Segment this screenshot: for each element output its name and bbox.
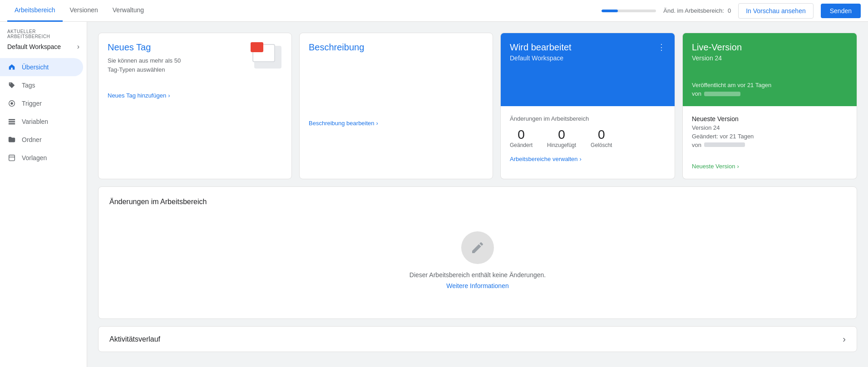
svg-rect-4 xyxy=(9,123,15,125)
live-version-title: Live-Version xyxy=(692,42,848,53)
sidebar-item-trigger[interactable]: Trigger xyxy=(0,94,83,113)
preview-button[interactable]: In Vorschau ansehen xyxy=(738,3,814,19)
tag-red xyxy=(251,42,263,52)
arrow-right-icon: › xyxy=(737,163,739,170)
edit-icon xyxy=(470,240,485,255)
deleted-count: 0 xyxy=(591,127,612,142)
newest-version-link[interactable]: Neueste Version › xyxy=(692,163,848,170)
newest-by: von xyxy=(692,142,848,148)
workspace-label: AKTUELLER ARBEITSBEREICH xyxy=(7,29,79,39)
newest-changed: Geändert: vor 21 Tagen xyxy=(692,133,848,140)
sidebar-item-uebersicht[interactable]: Übersicht xyxy=(0,58,83,76)
added-label: Hinzugefügt xyxy=(547,142,576,148)
sidebar-label-variablen: Variablen xyxy=(22,118,48,125)
live-published-text: Veröffentlicht am vor 21 Tagen xyxy=(692,82,848,88)
description-card: Beschreibung Beschreibung bearbeiten › xyxy=(299,33,493,179)
workspace-selector[interactable]: Default Workspace › xyxy=(7,41,79,53)
workspace-name: Default Workspace xyxy=(7,43,61,50)
sidebar-item-vorlagen[interactable]: Vorlagen xyxy=(0,149,83,167)
description-title: Beschreibung xyxy=(309,42,483,53)
live-by: von xyxy=(692,90,848,97)
progress-bar xyxy=(602,10,656,12)
live-author-redacted xyxy=(704,92,740,96)
new-tag-desc: Sie können aus mehr als 50 Tag-Typen aus… xyxy=(108,56,189,74)
top-cards-row: Neues Tag Sie können aus mehr als 50 Tag… xyxy=(98,33,857,179)
variable-icon xyxy=(7,117,16,126)
added-item: 0 Hinzugefügt xyxy=(547,127,576,148)
tab-verwaltung[interactable]: Verwaltung xyxy=(105,0,151,22)
arrow-right-icon: › xyxy=(168,92,170,99)
home-icon xyxy=(7,63,16,72)
tab-arbeitsbereich[interactable]: Arbeitsbereich xyxy=(7,0,63,22)
more-options-button[interactable]: ⋮ xyxy=(657,42,666,52)
nav-right: Änd. im Arbeitsbereich: 0 In Vorschau an… xyxy=(602,3,861,19)
tab-versionen[interactable]: Versionen xyxy=(63,0,105,22)
activity-title: Aktivitätsverlauf xyxy=(109,335,160,343)
sidebar-label-uebersicht: Übersicht xyxy=(22,64,49,71)
svg-rect-5 xyxy=(9,155,15,161)
edited-title: Wird bearbeitet xyxy=(510,42,572,53)
new-tag-link[interactable]: Neues Tag hinzufügen › xyxy=(108,92,282,99)
changes-label: Änd. im Arbeitsbereich: xyxy=(663,7,724,14)
svg-point-1 xyxy=(10,102,13,104)
empty-icon xyxy=(461,231,494,264)
being-edited-card: Wird bearbeitet Default Workspace ⋮ xyxy=(500,33,675,106)
sidebar-label-trigger: Trigger xyxy=(22,100,42,107)
more-info-link[interactable]: Weitere Informationen xyxy=(446,282,508,289)
edited-subtitle: Default Workspace xyxy=(510,54,572,62)
empty-text: Dieser Arbeitsbereich enthält keine Ände… xyxy=(409,271,546,279)
top-nav: Arbeitsbereich Versionen Verwaltung Änd.… xyxy=(0,0,868,22)
middle-col: Wird bearbeitet Default Workspace ⋮ Ände… xyxy=(500,33,675,179)
sidebar-nav: Übersicht Tags Trigger Variablen xyxy=(0,58,87,167)
live-version-card: Live-Version Version 24 Veröffentlicht a… xyxy=(682,33,857,106)
newest-version-card: Neueste Version Version 24 Geändert: vor… xyxy=(682,106,857,180)
live-version-subtitle: Version 24 xyxy=(692,54,848,62)
sidebar-item-ordner[interactable]: Ordner xyxy=(0,131,83,149)
svg-rect-2 xyxy=(9,119,15,121)
template-icon xyxy=(7,153,16,162)
sidebar: AKTUELLER ARBEITSBEREICH Default Workspa… xyxy=(0,22,87,367)
changes-numbers: 0 Geändert 0 Hinzugefügt 0 Gelöscht xyxy=(510,127,666,148)
changed-count: 0 xyxy=(510,127,533,142)
nav-tabs: Arbeitsbereich Versionen Verwaltung xyxy=(7,0,151,22)
deleted-item: 0 Gelöscht xyxy=(591,127,612,148)
added-count: 0 xyxy=(547,127,576,142)
workspace-section: AKTUELLER ARBEITSBEREICH Default Workspa… xyxy=(0,25,87,54)
workspace-changes-title: Änderungen im Arbeitsbereich xyxy=(510,115,666,122)
description-link[interactable]: Beschreibung bearbeiten › xyxy=(309,93,483,127)
manage-workspaces-link[interactable]: Arbeitsbereiche verwalten › xyxy=(510,156,666,162)
svg-rect-3 xyxy=(9,121,15,122)
changes-section: Änderungen im Arbeitsbereich Dieser Arbe… xyxy=(98,186,857,319)
activity-chevron-icon: › xyxy=(843,334,846,344)
progress-bar-fill xyxy=(602,10,618,12)
arrow-right-icon: › xyxy=(580,156,582,162)
sidebar-label-vorlagen: Vorlagen xyxy=(22,154,47,161)
arrow-right-icon: › xyxy=(376,120,378,127)
newest-version: Version 24 xyxy=(692,124,848,131)
sidebar-item-variablen[interactable]: Variablen xyxy=(0,113,83,131)
layout: AKTUELLER ARBEITSBEREICH Default Workspa… xyxy=(0,22,868,367)
workspace-changes-card: Änderungen im Arbeitsbereich 0 Geändert … xyxy=(500,106,675,180)
sidebar-label-tags: Tags xyxy=(22,82,35,89)
sidebar-item-tags[interactable]: Tags xyxy=(0,76,83,94)
workspace-chevron-icon: › xyxy=(77,43,79,51)
tag-icon xyxy=(7,81,16,90)
deleted-label: Gelöscht xyxy=(591,142,612,148)
changes-section-title: Änderungen im Arbeitsbereich xyxy=(109,198,846,206)
send-button[interactable]: Senden xyxy=(821,4,861,18)
edited-header-text: Wird bearbeitet Default Workspace xyxy=(510,42,572,62)
changes-count: 0 xyxy=(728,7,731,14)
changed-item: 0 Geändert xyxy=(510,127,533,148)
tag-illustration xyxy=(251,42,282,74)
newest-author-redacted xyxy=(704,142,745,147)
newest-by-label: von xyxy=(692,142,701,148)
sidebar-label-ordner: Ordner xyxy=(22,136,42,143)
changes-indicator: Änd. im Arbeitsbereich: 0 xyxy=(663,7,731,14)
edited-header: Wird bearbeitet Default Workspace ⋮ xyxy=(510,42,666,62)
folder-icon xyxy=(7,135,16,144)
right-col: Live-Version Version 24 Veröffentlicht a… xyxy=(682,33,857,179)
activity-row[interactable]: Aktivitätsverlauf › xyxy=(98,326,857,352)
new-tag-card: Neues Tag Sie können aus mehr als 50 Tag… xyxy=(98,33,292,179)
main-content: Neues Tag Sie können aus mehr als 50 Tag… xyxy=(87,22,868,367)
live-by-label: von xyxy=(692,90,701,97)
